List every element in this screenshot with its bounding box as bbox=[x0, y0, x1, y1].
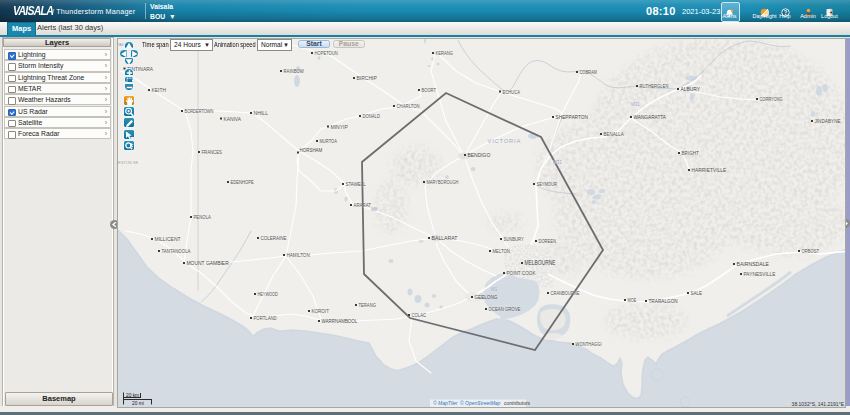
svg-text:ESTON SE: ESTON SE bbox=[118, 160, 138, 165]
svg-text:TANTANOOLA: TANTANOOLA bbox=[162, 249, 192, 254]
svg-text:BIRCHIP: BIRCHIP bbox=[357, 76, 377, 81]
svg-text:NHILL: NHILL bbox=[254, 111, 269, 116]
svg-text:BAIRNSDALE: BAIRNSDALE bbox=[737, 260, 770, 267]
svg-text:BORDERTOWN: BORDERTOWN bbox=[185, 109, 214, 114]
svg-text:TRARALGON: TRARALGON bbox=[649, 297, 678, 304]
svg-text:BENALLA: BENALLA bbox=[604, 132, 625, 137]
svg-text:COLERAINE: COLERAINE bbox=[261, 236, 287, 241]
svg-text:© OpenStreetMap: © OpenStreetMap bbox=[460, 400, 501, 406]
svg-text:MURTOA: MURTOA bbox=[320, 139, 338, 144]
svg-text:TERANG: TERANG bbox=[359, 303, 377, 308]
svg-text:BOORT: BOORT bbox=[422, 88, 437, 93]
svg-text:PENOLA: PENOLA bbox=[194, 215, 212, 220]
svg-text:WANGARATTA: WANGARATTA bbox=[634, 113, 667, 120]
svg-text:ORBOST: ORBOST bbox=[802, 249, 819, 254]
svg-text:SALE: SALE bbox=[691, 291, 703, 296]
svg-text:HEYWOOD: HEYWOOD bbox=[258, 292, 279, 297]
svg-text:M1: M1 bbox=[491, 287, 498, 292]
svg-text:BRIGHT: BRIGHT bbox=[682, 151, 699, 156]
svg-text:RAINBOW: RAINBOW bbox=[284, 69, 305, 74]
svg-text:WONTHAGGI: WONTHAGGI bbox=[576, 342, 602, 347]
svg-text:38.1032°S, 141.2191°E: 38.1032°S, 141.2191°E bbox=[792, 401, 845, 407]
svg-text:VICTORIA: VICTORIA bbox=[488, 138, 522, 144]
svg-text:POINT COOK: POINT COOK bbox=[507, 271, 537, 276]
svg-text:ALBURY: ALBURY bbox=[681, 85, 701, 92]
svg-text:DONALD: DONALD bbox=[363, 114, 381, 119]
svg-text:SEYMOUR: SEYMOUR bbox=[537, 182, 558, 187]
svg-text:KEITH: KEITH bbox=[152, 88, 167, 93]
svg-text:PORTLAND: PORTLAND bbox=[254, 316, 278, 321]
svg-text:CRANBOURNE: CRANBOURNE bbox=[551, 291, 580, 296]
svg-text:COLAC: COLAC bbox=[412, 313, 427, 318]
svg-text:COBRAM: COBRAM bbox=[580, 70, 597, 75]
svg-text:MELTON: MELTON bbox=[493, 249, 511, 254]
svg-text:MOUNT GAMBIER: MOUNT GAMBIER bbox=[187, 259, 230, 266]
svg-text:SHEPPARTON: SHEPPARTON bbox=[556, 113, 589, 120]
svg-text:ECHUCA: ECHUCA bbox=[503, 90, 521, 95]
svg-text:BALLARAT: BALLARAT bbox=[432, 234, 458, 241]
svg-text:MARYBOROUGH: MARYBOROUGH bbox=[427, 180, 459, 185]
svg-text:MILLICENT: MILLICENT bbox=[155, 237, 181, 242]
svg-text:20 mi: 20 mi bbox=[132, 401, 144, 406]
svg-text:BENDIGO: BENDIGO bbox=[468, 151, 491, 158]
svg-text:GEELONG: GEELONG bbox=[475, 293, 498, 300]
svg-text:20 km: 20 km bbox=[126, 393, 139, 398]
svg-text:KANIVA: KANIVA bbox=[224, 117, 242, 122]
svg-text:EDENHOPE: EDENHOPE bbox=[231, 180, 254, 185]
svg-text:WARRNAMBOOL: WARRNAMBOOL bbox=[322, 317, 358, 324]
svg-text:MINYIP: MINYIP bbox=[331, 125, 348, 130]
svg-text:© MapTiler: © MapTiler bbox=[433, 400, 458, 406]
svg-text:M31: M31 bbox=[553, 160, 562, 165]
svg-text:JINDABYNE: JINDABYNE bbox=[815, 119, 841, 124]
svg-text:OCEAN GROVE: OCEAN GROVE bbox=[489, 307, 521, 312]
svg-text:ARARAT: ARARAT bbox=[354, 203, 371, 208]
svg-text:DOREEN: DOREEN bbox=[539, 239, 557, 244]
svg-text:HARRIETVILLE: HARRIETVILLE bbox=[692, 168, 727, 173]
svg-text:MELBOURNE: MELBOURNE bbox=[525, 259, 557, 266]
svg-text:KERANG: KERANG bbox=[436, 51, 454, 56]
svg-text:HOPETOUN: HOPETOUN bbox=[315, 51, 339, 56]
svg-text:MOE: MOE bbox=[628, 298, 637, 303]
svg-text:M31: M31 bbox=[631, 102, 640, 107]
svg-text:CHARLTON: CHARLTON bbox=[397, 104, 421, 109]
svg-text:M8: M8 bbox=[371, 207, 378, 212]
svg-text:FRANCES: FRANCES bbox=[202, 150, 222, 155]
svg-text:HORSHAM: HORSHAM bbox=[300, 146, 323, 153]
svg-text:PAYNESVILLE: PAYNESVILLE bbox=[744, 272, 776, 277]
svg-text:RUTHERGLEN: RUTHERGLEN bbox=[640, 84, 669, 89]
svg-text:CORRYONG: CORRYONG bbox=[760, 97, 783, 102]
svg-text:KOROIT: KOROIT bbox=[312, 309, 329, 314]
svg-text:STAWELL: STAWELL bbox=[346, 182, 367, 187]
svg-text:HAMILTON: HAMILTON bbox=[287, 253, 311, 258]
svg-text:contributors: contributors bbox=[504, 400, 531, 406]
svg-text:SUNBURY: SUNBURY bbox=[504, 237, 525, 242]
